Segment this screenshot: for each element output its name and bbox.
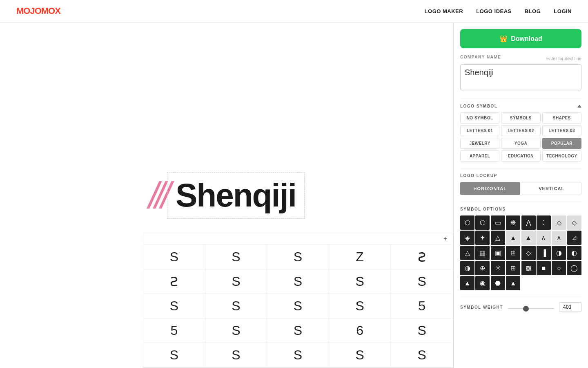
cat-shapes[interactable]: SHAPES [542,112,581,123]
symbol-option[interactable]: ◐ [567,246,581,260]
symbol-option[interactable]: ▲ [506,231,520,245]
symbol-weight-slider[interactable] [508,308,554,309]
symbol-grid-cell[interactable]: S [205,294,267,319]
symbol-option[interactable]: ▐ [537,246,551,260]
symbol-grid-cell[interactable]: S [143,343,205,368]
symbol-option[interactable]: ◇ [552,215,566,230]
symbol-grid-cell[interactable]: S [267,343,329,368]
lockup-horizontal[interactable]: HORIZONTAL [460,182,520,195]
company-name-label: COMPANY NAME [460,55,501,59]
download-button[interactable]: 👑 Download [460,29,581,48]
symbol-option[interactable]: ⬡ [460,215,474,230]
symbol-grid-cell[interactable]: Z [329,245,391,269]
symbol-category-row-3: JEWELRY YOGA POPULAR [460,138,581,149]
symbol-option[interactable]: ⋀ [521,215,536,230]
symbol-option[interactable]: ■ [537,261,551,275]
logo-text: MOJOMOX [16,6,60,16]
symbol-option[interactable]: ▣ [491,246,505,260]
cat-yoga[interactable]: YOGA [501,138,540,149]
cat-letters-02[interactable]: LETTERS 02 [501,125,540,136]
symbol-option[interactable]: ▲ [460,276,474,290]
download-icon: 👑 [499,35,508,43]
cat-technology[interactable]: TECHNOLOGY [542,150,581,162]
symbol-option[interactable]: ❋ [506,215,520,230]
nav-blog[interactable]: BLOG [525,8,541,14]
symbol-weight-input[interactable]: 400 [559,302,581,312]
symbol-grid-cell[interactable]: 5 [391,294,453,319]
cat-education[interactable]: EDUCATION [501,150,540,162]
symbol-grid-cell[interactable]: S [267,245,329,269]
symbol-option[interactable]: ○ [552,261,566,275]
symbol-grid-cell[interactable]: S [329,294,391,319]
symbol-option[interactable]: ▭ [491,215,505,230]
symbol-grid-cell[interactable]: S [391,319,453,343]
symbol-grid-cell[interactable]: S [205,319,267,343]
cat-letters-01[interactable]: LETTERS 01 [460,125,499,136]
symbol-option[interactable]: ◈ [460,231,474,245]
symbol-option[interactable]: ⬡ [475,215,490,230]
cat-popular[interactable]: POPULAR [542,138,581,149]
symbol-options-title: SYMBOL OPTIONS [460,207,506,211]
lockup-vertical[interactable]: VERTICAL [522,182,582,195]
nav-login[interactable]: LOGIN [554,8,572,14]
symbol-option[interactable]: ◇ [567,215,581,230]
symbol-option[interactable]: ⊿ [567,231,581,245]
symbol-option[interactable]: ▲ [521,231,536,245]
symbol-grid-cell[interactable]: Ƨ [143,269,205,294]
chevron-up-icon[interactable] [577,105,581,108]
symbol-option[interactable]: △ [491,231,505,245]
symbol-grid-cell[interactable]: S [205,269,267,294]
symbol-option[interactable]: ◇ [521,246,536,260]
symbol-grid-cell[interactable]: S [329,269,391,294]
symbol-category-row-2: LETTERS 01 LETTERS 02 LETTERS 03 [460,125,581,136]
symbol-grid-cell[interactable]: 5 [143,319,205,343]
cat-no-symbol[interactable]: NO SYMBOL [460,112,499,123]
grid-plus-button[interactable]: + [441,235,450,243]
symbol-grid-cell[interactable]: S [267,269,329,294]
symbol-option[interactable]: ∧ [552,231,566,245]
symbol-option[interactable]: ◉ [475,276,490,290]
symbol-grid-cell[interactable]: S [143,245,205,269]
logo[interactable]: MOJOMOX [16,6,60,16]
main-layout: /// Shenqiji + SSSZƧƧSSSSSSSS55SS6SSSSSS… [0,22,588,368]
symbol-grid-cell[interactable]: S [205,343,267,368]
cat-letters-03[interactable]: LETTERS 03 [542,125,581,136]
symbol-preview: /// [149,177,167,214]
logo-lockup-section: LOGO LOCKUP HORIZONTAL VERTICAL [460,168,581,195]
symbol-option[interactable]: ▦ [475,246,490,260]
symbol-grid-cell[interactable]: S [267,319,329,343]
symbol-option[interactable]: ▩ [521,261,536,275]
symbol-options-header: SYMBOL OPTIONS [460,202,581,211]
symbol-option[interactable]: △ [460,246,474,260]
company-name-input[interactable]: Shenqiji [460,64,581,90]
cat-jewelry[interactable]: JEWELRY [460,138,499,149]
symbol-option[interactable]: ✦ [475,231,490,245]
symbol-grid-cell[interactable]: Ƨ [391,245,453,269]
symbol-option[interactable]: ⊕ [475,261,490,275]
cat-symbols[interactable]: SYMBOLS [501,112,540,123]
symbol-grid-cell[interactable]: S [143,294,205,319]
symbol-option[interactable]: ◑ [460,261,474,275]
slash-symbol-icon: /// [149,177,167,214]
symbol-option[interactable]: ∧ [537,231,551,245]
symbol-option[interactable]: ◑ [552,246,566,260]
symbol-grid-cell[interactable]: S [267,294,329,319]
symbol-category-row-4: APPAREL EDUCATION TECHNOLOGY [460,150,581,162]
logo-lockup-title: LOGO LOCKUP [460,173,497,178]
nav-logo-maker[interactable]: LOGO MAKER [425,8,463,14]
cat-apparel[interactable]: APPAREL [460,150,499,162]
symbol-option[interactable]: ▲ [506,276,520,290]
symbol-grid-cell[interactable]: S [391,343,453,368]
symbol-option[interactable]: ⬣ [491,276,505,290]
symbol-option[interactable]: ⊞ [506,246,520,260]
symbol-option[interactable]: ⊞ [506,261,520,275]
symbol-option[interactable]: ◯ [567,261,581,275]
symbol-grid-cell[interactable]: S [329,343,391,368]
nav-logo-ideas[interactable]: LOGO IDEAS [476,8,512,14]
symbol-grid-cell[interactable]: S [205,245,267,269]
symbol-grid-cell[interactable]: 6 [329,319,391,343]
symbol-option[interactable]: ✳ [491,261,505,275]
grid-header: + [143,233,453,245]
symbol-grid-cell[interactable]: S [391,269,453,294]
symbol-option[interactable]: ⁚ [537,215,551,230]
